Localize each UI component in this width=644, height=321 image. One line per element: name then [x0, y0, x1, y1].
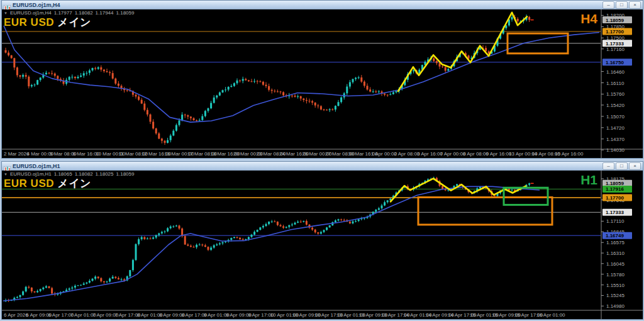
svg-text:3 Apr 16:00: 3 Apr 16:00 [417, 151, 443, 157]
svg-text:1.14030: 1.14030 [606, 147, 625, 153]
svg-text:8 Apr 08:00: 8 Apr 08:00 [463, 151, 489, 157]
svg-text:1.14370: 1.14370 [606, 137, 625, 142]
svg-text:1.15760: 1.15760 [606, 91, 625, 97]
chart-icon [4, 2, 11, 8]
svg-text:1.16045: 1.16045 [606, 261, 625, 267]
svg-text:1.16749: 1.16749 [606, 233, 624, 239]
svg-text:1.18059: 1.18059 [606, 18, 624, 23]
svg-text:1.17333: 1.17333 [606, 41, 624, 47]
svg-text:1.17700: 1.17700 [606, 29, 624, 35]
ohlc-low: 1.18025 [96, 171, 114, 177]
minimize-button[interactable]: – [602, 162, 614, 170]
watermark-suffix: メイン [57, 16, 91, 28]
svg-text:1 Apr 00:00: 1 Apr 00:00 [371, 151, 397, 157]
svg-text:1.15420: 1.15420 [606, 103, 625, 108]
ohlc-close: 1.18059 [116, 10, 135, 16]
symbol-watermark: EUR USD メイン [4, 15, 91, 30]
svg-text:1.17916: 1.17916 [606, 186, 624, 192]
symbol-watermark: EUR USD メイン [4, 176, 91, 191]
close-button[interactable]: × [629, 1, 641, 9]
restore-button[interactable]: □ [616, 162, 628, 170]
window-controls: – □ × [602, 1, 641, 9]
ohlc-open: 1.17977 [54, 10, 72, 16]
svg-text:1.15245: 1.15245 [606, 293, 625, 298]
svg-text:1.15070: 1.15070 [606, 114, 625, 120]
svg-text:1.17700: 1.17700 [606, 195, 624, 201]
restore-button[interactable]: □ [616, 1, 628, 9]
ohlc-symbol: EURUSD.oj1m,H1 [10, 171, 52, 177]
timeframe-badge: H1 [580, 172, 597, 188]
window-controls: – □ × [602, 162, 641, 170]
svg-text:1.16460: 1.16460 [606, 69, 625, 75]
svg-text:1.17333: 1.17333 [606, 210, 624, 215]
svg-text:1.16110: 1.16110 [606, 81, 625, 86]
close-button[interactable]: × [629, 162, 641, 170]
svg-text:1.15780: 1.15780 [606, 272, 625, 278]
symbol-dropdown-marker[interactable]: ▼ [4, 172, 8, 176]
ohlc-symbol: EURUSD.oj1m,H4 [10, 10, 52, 16]
watermark-symbol: EUR USD [4, 16, 54, 28]
watermark-suffix: メイン [57, 177, 91, 189]
svg-text:7 Apr 00:00: 7 Apr 00:00 [440, 151, 466, 157]
svg-text:1.15510: 1.15510 [606, 283, 625, 288]
window-title: EURUSD.oj1m,H1 [13, 163, 60, 169]
svg-text:1.16575: 1.16575 [606, 240, 625, 245]
ohlc-close: 1.18059 [116, 171, 135, 177]
ohlc-high: 1.18082 [75, 10, 93, 16]
ohlc-readout: ▼ EURUSD.oj1m,H4 1.17977 1.18082 1.17944… [4, 10, 134, 16]
watermark-symbol: EUR USD [4, 177, 54, 189]
svg-text:1.16750: 1.16750 [606, 60, 624, 65]
timeframe-badge: H4 [580, 11, 597, 26]
chart-window-h1: EURUSD.oj1m,H1 – □ × 1.181751.176451.171… [1, 161, 643, 320]
svg-text:2 Apr 08:00: 2 Apr 08:00 [394, 151, 420, 157]
ohlc-low: 1.17944 [96, 10, 114, 16]
svg-text:6 Apr 2026: 6 Apr 2026 [4, 312, 28, 318]
ohlc-high: 1.18082 [75, 171, 93, 177]
window-titlebar[interactable]: EURUSD.oj1m,H1 – □ × [2, 162, 643, 171]
ohlc-readout: ▼ EURUSD.oj1m,H1 1.18065 1.18082 1.18025… [4, 171, 134, 177]
ohlc-open: 1.18065 [54, 171, 72, 177]
svg-text:16 Apr 01:00: 16 Apr 01:00 [536, 312, 565, 318]
svg-text:1.16310: 1.16310 [606, 251, 625, 256]
window-title: EURUSD.oj1m,H4 [13, 2, 60, 8]
window-titlebar[interactable]: EURUSD.oj1m,H4 – □ × [2, 1, 643, 9]
svg-text:15 Apr 16:00: 15 Apr 16:00 [555, 151, 584, 157]
minimize-button[interactable]: – [602, 1, 614, 9]
chart-canvas-h1[interactable]: 1.181751.176451.171101.168451.165751.163… [2, 171, 643, 319]
chart-window-h4: EURUSD.oj1m,H4 – □ × 1.182001.178501.175… [1, 0, 643, 159]
symbol-dropdown-marker[interactable]: ▼ [4, 11, 8, 15]
chart-canvas-h4[interactable]: 1.182001.178501.175001.171601.164601.161… [2, 9, 643, 158]
svg-text:1.17160: 1.17160 [606, 47, 625, 52]
mt4-workspace: { "mdi": { "background": "#b7cce4" }, "w… [0, 0, 644, 321]
svg-text:2 Mar 2026: 2 Mar 2026 [4, 151, 30, 157]
svg-text:1.14980: 1.14980 [606, 303, 625, 309]
chart-area-h1[interactable]: 1.181751.176451.171101.168451.165751.163… [2, 171, 643, 319]
chart-icon [4, 163, 11, 169]
svg-text:1.17110: 1.17110 [606, 218, 625, 224]
chart-area-h4[interactable]: 1.182001.178501.175001.171601.164601.161… [2, 9, 643, 158]
svg-text:9 Apr 16:00: 9 Apr 16:00 [486, 151, 512, 157]
svg-text:1.14720: 1.14720 [606, 125, 625, 131]
